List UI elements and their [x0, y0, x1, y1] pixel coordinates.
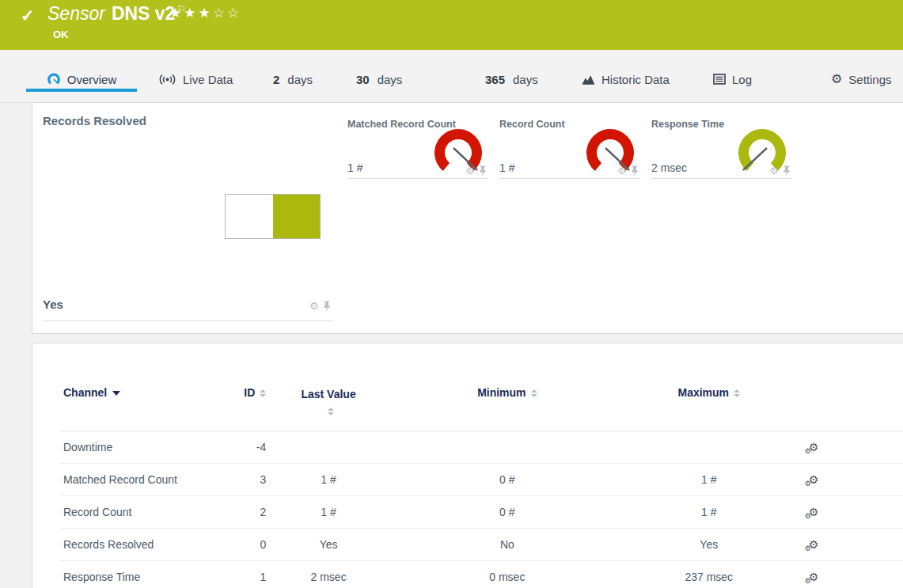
table-row-matched-record-count[interactable]: Matched Record Count 3 1 # 0 # 1 # ⚙⚙ [60, 464, 903, 496]
last-value: 2 msec [266, 561, 391, 588]
gauge-value: 2 msec [651, 161, 687, 174]
column-header-minimum[interactable]: Minimum [391, 378, 624, 431]
gauge-widget-record-count: Record Count 1 # ⚙ [499, 112, 640, 179]
sensor-header: ✓ SensorDNS v2⚐ ★★★☆☆ OK [0, 0, 903, 50]
tab-365-days[interactable]: 365 days [485, 69, 538, 89]
channels-panel: Channel ID Last Value Minimum Maximum [32, 343, 903, 588]
channels-table: Channel ID Last Value Minimum Maximum [60, 378, 903, 588]
tab-label: Live Data [183, 73, 233, 86]
tab-bar: Overview Live Data 2 days 30 days 365 da… [0, 50, 903, 103]
tab-settings[interactable]: ⚙ Settings [831, 69, 892, 89]
channel-settings-icon[interactable]: ⚙⚙ [809, 539, 819, 550]
column-header-maximum[interactable]: Maximum [624, 378, 795, 431]
tab-label: days [378, 73, 403, 86]
tab-log[interactable]: Log [713, 69, 752, 89]
table-row-records-resolved[interactable]: Records Resolved 0 Yes No Yes ⚙⚙ [60, 529, 903, 561]
channel-id: -4 [239, 431, 266, 464]
tab-number: 2 [273, 73, 279, 86]
minimum-value: No [391, 529, 624, 561]
table-row-downtime[interactable]: Downtime -4 ⚙⚙ [60, 431, 903, 464]
priority-stars[interactable]: ★★★☆☆ [169, 5, 241, 21]
area-chart-icon [582, 74, 595, 85]
widget-underline [43, 321, 333, 321]
widget-gear-icon[interactable]: ⚙ [309, 301, 319, 311]
sort-icon [531, 389, 537, 397]
records-resolved-title: Records Resolved [43, 114, 146, 127]
records-resolved-value: Yes [43, 298, 63, 311]
widget-tools: ⚙ [769, 165, 791, 176]
tab-label: Historic Data [601, 73, 670, 86]
channel-name: Matched Record Count [60, 464, 239, 496]
channel-id: 2 [239, 496, 266, 529]
gauge-title: Response Time [651, 119, 724, 130]
widget-pin-icon[interactable] [783, 165, 791, 176]
last-value: Yes [266, 529, 391, 561]
sort-icon [734, 389, 740, 397]
widget-tools: ⚙ [465, 165, 487, 176]
widget-tools: ⚙ [309, 301, 331, 311]
table-row-record-count[interactable]: Record Count 2 1 # 0 # 1 # ⚙⚙ [60, 496, 903, 529]
sort-icon [260, 389, 266, 397]
tab-overview[interactable]: Overview [26, 69, 137, 89]
maximum-value: 1 # [624, 464, 795, 496]
channel-settings-icon[interactable]: ⚙⚙ [809, 474, 819, 485]
tab-label: Settings [848, 73, 891, 86]
column-header-id[interactable]: ID [239, 378, 266, 431]
channel-name: Response Time [60, 561, 239, 588]
sort-desc-icon [112, 391, 120, 396]
widget-gear-icon[interactable]: ⚙ [769, 165, 779, 176]
widget-gear-icon[interactable]: ⚙ [617, 165, 627, 176]
tab-label: days [287, 73, 313, 86]
minimum-value [391, 431, 624, 464]
gauge-value: 1 # [347, 161, 362, 174]
broadcast-icon [158, 74, 176, 85]
maximum-value: 237 msec [624, 561, 795, 588]
channel-settings-icon[interactable]: ⚙⚙ [809, 506, 819, 518]
widget-pin-icon[interactable] [479, 165, 487, 176]
tab-live-data[interactable]: Live Data [158, 69, 233, 89]
tab-number: 30 [356, 73, 370, 86]
sensor-name: DNS v2 [112, 3, 176, 24]
status-ok-check-icon: ✓ [21, 6, 35, 25]
widget-pin-icon[interactable] [323, 301, 331, 311]
sort-icon [328, 408, 334, 415]
gauge-title: Record Count [499, 119, 565, 130]
gauge-widget-matched-record-count: Matched Record Count 1 # ⚙ [347, 112, 488, 179]
gauge-value: 1 # [499, 161, 514, 174]
minimum-value: 0 # [391, 464, 624, 496]
channel-name: Downtime [60, 431, 239, 464]
minimum-value: 0 # [391, 496, 624, 529]
tab-label: Log [732, 73, 752, 86]
sensor-type-label: Sensor [47, 3, 105, 24]
table-row-response-time[interactable]: Response Time 1 2 msec 0 msec 237 msec ⚙… [60, 561, 903, 588]
column-header-edit [795, 378, 903, 431]
swatch-green-segment [273, 195, 321, 238]
gauge-widget-response-time: Response Time 2 msec ⚙ [651, 112, 792, 179]
last-value: 1 # [266, 464, 391, 496]
column-header-channel[interactable]: Channel [60, 378, 239, 431]
tab-label: days [513, 73, 538, 86]
channel-settings-icon[interactable]: ⚙⚙ [809, 442, 819, 453]
gauge-icon [47, 72, 61, 86]
channel-name: Records Resolved [60, 529, 239, 561]
minimum-value: 0 msec [391, 561, 624, 588]
maximum-value: 1 # [624, 496, 795, 529]
widget-tools: ⚙ [617, 165, 639, 176]
records-resolved-swatch [225, 194, 321, 239]
tab-2-days[interactable]: 2 days [273, 69, 313, 89]
last-value [266, 431, 391, 464]
log-icon [713, 74, 726, 85]
channel-id: 1 [239, 561, 266, 588]
channel-settings-icon[interactable]: ⚙⚙ [809, 571, 819, 582]
tab-label: Overview [67, 73, 117, 86]
tab-30-days[interactable]: 30 days [356, 69, 402, 89]
channel-id: 0 [239, 529, 266, 561]
column-header-last-value[interactable]: Last Value [266, 378, 391, 431]
tab-historic-data[interactable]: Historic Data [582, 69, 670, 89]
gear-icon: ⚙ [831, 73, 842, 85]
widget-gear-icon[interactable]: ⚙ [465, 165, 475, 176]
maximum-value: Yes [624, 529, 795, 561]
widget-pin-icon[interactable] [631, 165, 639, 176]
status-badge: OK [53, 28, 69, 40]
table-header-row: Channel ID Last Value Minimum Maximum [60, 378, 903, 431]
